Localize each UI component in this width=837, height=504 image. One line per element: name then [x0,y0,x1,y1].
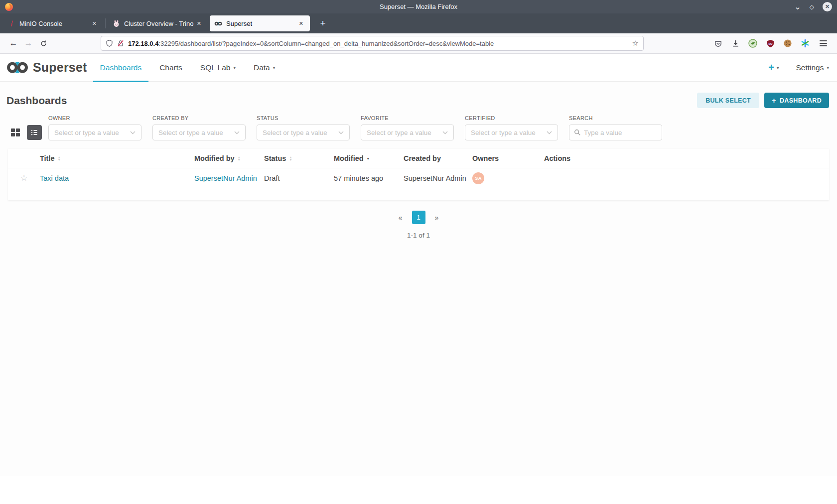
dashboard-title-link[interactable]: Taxi data [40,174,69,182]
url-host: 172.18.0.4 [128,40,158,47]
new-item-menu[interactable]: + ▾ [768,62,779,73]
superset-favicon [214,19,222,27]
filter-label: STATUS [257,115,350,121]
tab-close-icon[interactable]: ✕ [297,19,305,28]
window-minimize-button[interactable]: ⌄ [794,4,801,9]
tab-bar: MinIO Console ✕ Cluster Overview - Trino… [0,13,837,33]
list-view-icon[interactable] [27,125,42,140]
settings-label: Settings [796,63,824,72]
ublock-origin-icon[interactable]: uO [765,38,775,48]
new-tab-button[interactable]: + [316,16,330,30]
created-by-select[interactable]: Select or type a value [152,125,246,140]
window-close-button[interactable]: ✕ [823,2,832,11]
chevron-down-icon [442,131,448,134]
nav-item-data[interactable]: Data ▾ [245,54,284,82]
window-controls: ⌄ ◇ ✕ [794,2,832,11]
filter-favorite: FAVORITE Select or type a value [361,115,454,140]
nav-label: Data [254,63,270,72]
back-button[interactable]: ← [6,36,21,50]
modified-by-cell: SupersetNur Admin [194,174,264,182]
filter-search: SEARCH [569,115,662,140]
tab-close-icon[interactable]: ✕ [195,19,203,28]
sort-icon: ▲▼ [289,156,292,161]
tab-close-icon[interactable]: ✕ [90,19,99,28]
status-cell: Draft [264,174,334,182]
status-select[interactable]: Select or type a value [257,125,350,140]
tab-label: Superset [226,20,297,27]
column-header-modified-by[interactable]: Modified by ▲▼ [194,154,264,162]
header-right: + ▾ Settings ▾ [768,62,829,73]
insecure-lock-icon[interactable] [117,39,124,47]
dashboard-title-cell: Taxi data [40,174,194,182]
new-dashboard-label: DASHBOARD [780,97,822,104]
certified-select[interactable]: Select or type a value [465,125,558,140]
nav-item-charts[interactable]: Charts [150,54,191,82]
column-header-owners: Owners [472,154,544,162]
owners-cell: SA [472,172,544,184]
reload-button[interactable] [36,36,51,50]
forward-button[interactable]: → [21,36,36,50]
created-by-cell: SupersetNur Admin [404,174,472,182]
owner-avatar[interactable]: SA [472,172,484,184]
sort-icon-descending: ▼ [367,157,370,160]
cookie-extension-icon[interactable] [783,38,793,48]
tracking-shield-icon[interactable] [106,39,113,47]
dashboard-list-page: Dashboards BULK SELECT + DASHBOARD [0,82,837,476]
column-header-status[interactable]: Status ▲▼ [264,154,334,162]
downloads-icon[interactable] [730,38,740,48]
tab-trino[interactable]: Cluster Overview - Trino ✕ [108,15,208,31]
firefox-logo-icon [4,2,13,11]
select-placeholder: Select or type a value [367,129,442,136]
chevron-down-icon [547,131,552,134]
pagination-prev-button[interactable]: « [396,212,406,224]
column-header-actions: Actions [544,154,829,162]
trino-favicon [112,19,120,27]
pagination-next-button[interactable]: » [432,212,442,224]
settings-menu[interactable]: Settings ▾ [796,63,829,72]
modified-by-link[interactable]: SupersetNur Admin [194,174,257,182]
table-row: ☆ Taxi data SupersetNur Admin Draft 57 m… [8,168,829,188]
page-title: Dashboards [6,95,697,107]
minio-favicon [7,19,15,27]
filter-owner: OWNER Select or type a value [48,115,141,140]
column-header-modified[interactable]: Modified ▼ [334,154,404,162]
table-header-row: Title ▲▼ Modified by ▲▼ Status ▲▼ Modifi… [8,149,829,168]
sort-icon: ▲▼ [58,156,61,161]
extension-asterisk-icon[interactable] [800,38,810,48]
tab-minio-console[interactable]: MinIO Console ✕ [3,15,103,31]
pagination-page-1-button[interactable]: 1 [412,211,425,224]
url-text[interactable]: 172.18.0.4:32295/dashboard/list/?pageInd… [128,40,628,47]
favorite-select[interactable]: Select or type a value [361,125,454,140]
column-header-title[interactable]: Title ▲▼ [40,154,194,162]
filter-label: SEARCH [569,115,662,121]
new-dashboard-button[interactable]: + DASHBOARD [764,93,829,108]
column-header-created-by: Created by [404,154,472,162]
tab-separator [105,18,106,28]
nav-item-sql-lab[interactable]: SQL Lab ▾ [191,54,245,82]
pagination-summary: 1-1 of 1 [0,232,837,239]
url-bar[interactable]: 172.18.0.4:32295/dashboard/list/?pageInd… [101,36,644,51]
tab-superset-active[interactable]: Superset ✕ [210,15,310,31]
bulk-select-button[interactable]: BULK SELECT [697,93,759,108]
sort-icon: ▲▼ [238,156,241,161]
select-placeholder: Select or type a value [54,129,130,136]
select-placeholder: Select or type a value [263,129,338,136]
owner-select[interactable]: Select or type a value [48,125,141,140]
select-placeholder: Select or type a value [158,129,234,136]
pocket-icon[interactable] [713,38,723,48]
filter-label: CREATED BY [152,115,246,121]
url-path: :32295/dashboard/list/?pageIndex=0&sortC… [158,40,494,47]
bookmark-star-icon[interactable]: ☆ [632,39,639,48]
window-maximize-button[interactable]: ◇ [810,3,814,10]
search-input[interactable] [584,129,657,136]
menu-icon[interactable] [818,38,829,48]
superset-logo[interactable]: Superset [6,60,87,75]
tab-label: MinIO Console [19,20,90,27]
nav-item-dashboards[interactable]: Dashboards [91,54,151,82]
view-mode-toggles [9,125,42,140]
card-view-icon[interactable] [9,125,22,140]
nav-label: SQL Lab [200,63,231,72]
favorite-toggle[interactable]: ☆ [8,173,40,183]
svg-text:uO: uO [768,42,772,45]
extension-green-icon[interactable] [748,38,758,48]
